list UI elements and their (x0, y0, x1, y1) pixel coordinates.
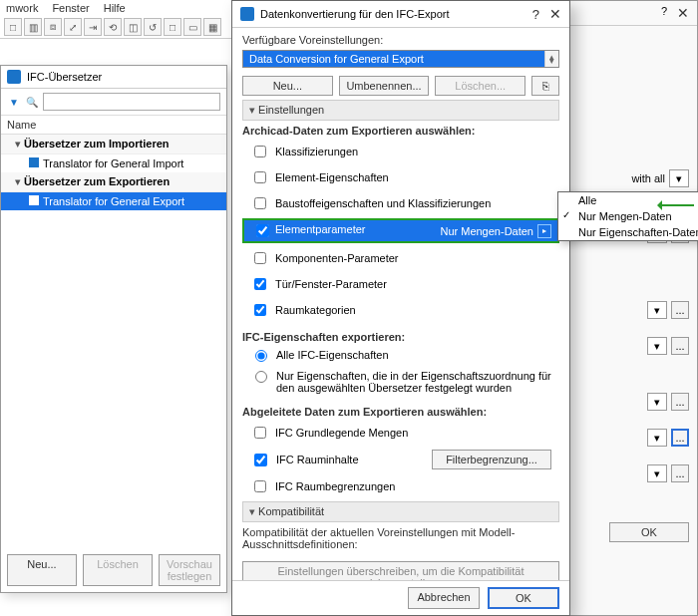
with-all-label: with all (631, 172, 665, 184)
dialog-icon (240, 7, 254, 21)
elementparameter-dropdown[interactable]: Alle Nur Mengen-Daten Nur Eigenschaften-… (557, 191, 698, 241)
ifc-translator-panel: IFC-Übersetzer ▼ 🔍 Name Übersetzer zum I… (0, 65, 227, 593)
more-button[interactable]: ... (671, 393, 689, 411)
help-icon[interactable]: ? (661, 5, 667, 21)
copy-preset-button[interactable]: ⎘ (531, 76, 559, 96)
tool-icon[interactable]: ⇥ (84, 18, 102, 36)
checkbox[interactable] (254, 278, 266, 290)
tool-icon[interactable]: ↺ (144, 18, 162, 36)
radio-all-props[interactable]: Alle IFC-Eigenschaften (242, 347, 559, 364)
delete-preset-button: Löschen... (435, 76, 525, 96)
more-button[interactable]: ... (671, 429, 689, 447)
radio-only-mapped[interactable]: Nur Eigenschaften, die in der Eigenschaf… (242, 368, 559, 396)
chk-space-boundaries[interactable]: IFC Raumbegrenzungen (242, 475, 559, 497)
tool-icon[interactable]: □ (4, 18, 22, 36)
dropdown-caret-icon[interactable]: ▾ (669, 169, 689, 187)
filter-boundary-button[interactable]: Filterbegrenzung... (432, 450, 551, 469)
cancel-button[interactable]: Abbrechen (408, 587, 480, 609)
ifc-props-label: IFC-Eigenschaften exportieren: (242, 331, 559, 343)
dialog-title: Datenkonvertierung für den IFC-Export (260, 8, 450, 20)
chk-base-quantities[interactable]: IFC Grundlegende Mengen (242, 422, 559, 444)
chk-material-props[interactable]: Baustoffeigenschaften und Klassifizierun… (242, 192, 559, 214)
checkbox[interactable] (254, 304, 266, 316)
new-button[interactable]: Neu... (7, 554, 77, 586)
delete-button: Löschen (83, 554, 153, 586)
close-icon[interactable]: ✕ (677, 5, 689, 21)
callout-arrow (658, 204, 694, 206)
dropdown-caret-icon[interactable]: ▸ (537, 224, 551, 238)
more-button[interactable]: ... (671, 464, 689, 482)
search-icon[interactable]: 🔍 (25, 95, 39, 109)
scrollbar[interactable]: ▴▾ (544, 51, 558, 67)
dropdown-caret-icon[interactable]: ▾ (647, 301, 667, 319)
tool-icon[interactable]: □ (164, 18, 181, 36)
tool-icon[interactable]: ◫ (124, 18, 142, 36)
chk-room-categories[interactable]: Raumkategorien (242, 299, 559, 321)
checkbox[interactable] (254, 454, 267, 466)
data-conversion-dialog: Datenkonvertierung für den IFC-Export ? … (231, 0, 570, 616)
chk-space-contents[interactable]: IFC Rauminhalte (276, 454, 359, 465)
panel-icon (7, 70, 21, 84)
more-button[interactable]: ... (671, 301, 689, 319)
set-preview-button: Vorschau festlegen (159, 554, 220, 586)
doc-icon (29, 157, 39, 167)
dropdown-option[interactable]: Nur Eigenschaften-Daten (558, 224, 698, 240)
search-input[interactable] (43, 93, 220, 111)
elementparameter-value: Nur Mengen-Daten (440, 225, 533, 237)
menu-item[interactable]: Fenster (52, 2, 89, 14)
menu-item[interactable]: Hilfe (104, 2, 126, 14)
dropdown-caret-icon[interactable]: ▾ (647, 393, 667, 411)
section-settings[interactable]: Einstellungen (242, 100, 559, 121)
ok-button[interactable]: OK (609, 522, 689, 542)
ok-button[interactable]: OK (488, 587, 559, 609)
rename-preset-button[interactable]: Umbenennen... (339, 76, 430, 96)
derived-label: Abgeleitete Daten zum Exportieren auswäh… (242, 406, 559, 418)
tool-icon[interactable]: ⧈ (44, 18, 62, 36)
checkbox[interactable] (256, 224, 269, 237)
tool-icon[interactable]: ▭ (183, 18, 201, 36)
underlying-dialog: ? ✕ with all▾ ▾ⓘ ▾... ▾... ▾... ▾... ▾..… (548, 0, 698, 616)
tool-icon[interactable]: ⤢ (64, 18, 82, 36)
ac-data-label: Archicad-Daten zum Exportieren auswählen… (242, 125, 559, 137)
elementparameter-row[interactable]: Elementparameter Nur Mengen-Daten▸ (242, 218, 559, 243)
checkbox[interactable] (254, 171, 266, 183)
list-item[interactable]: Translator for General Import (1, 154, 226, 172)
help-icon[interactable]: ? (532, 7, 539, 22)
override-settings-button: Einstellungen überschreiben, um die Komp… (242, 561, 559, 580)
dropdown-caret-icon[interactable]: ▾ (647, 337, 667, 355)
column-header-name: Name (1, 116, 226, 135)
group-import[interactable]: Übersetzer zum Importieren (1, 135, 226, 154)
available-presets-label: Verfügbare Voreinstellungen: (242, 34, 559, 46)
chk-component-params[interactable]: Komponenten-Parameter (242, 247, 559, 269)
radio[interactable] (255, 350, 267, 362)
new-preset-button[interactable]: Neu... (242, 76, 333, 96)
filter-icon[interactable]: ▼ (7, 95, 21, 109)
group-export[interactable]: Übersetzer zum Exportieren (1, 172, 226, 192)
checkbox[interactable] (254, 252, 266, 264)
tool-icon[interactable]: ▥ (24, 18, 42, 36)
tool-icon[interactable]: ▦ (203, 18, 221, 36)
dropdown-caret-icon[interactable]: ▾ (647, 429, 667, 447)
tool-icon[interactable]: ⟲ (104, 18, 122, 36)
dropdown-option[interactable]: Nur Mengen-Daten (558, 208, 698, 224)
panel-title: IFC-Übersetzer (27, 71, 102, 83)
compat-label: Kompatibilität der aktuellen Voreinstell… (242, 526, 559, 550)
chk-classifications[interactable]: Klassifizierungen (242, 141, 559, 162)
radio[interactable] (255, 371, 267, 383)
chk-door-window-params[interactable]: Tür/Fenster-Parameter (242, 273, 559, 295)
dropdown-caret-icon[interactable]: ▾ (647, 464, 667, 482)
more-button[interactable]: ... (671, 337, 689, 355)
close-icon[interactable]: ✕ (549, 6, 561, 22)
checkbox[interactable] (254, 480, 266, 492)
menu-item[interactable]: mwork (6, 2, 38, 14)
checkbox[interactable] (254, 427, 266, 439)
doc-icon (29, 195, 39, 205)
section-compat[interactable]: Kompatibilität (242, 501, 559, 522)
preset-item-selected[interactable]: Data Conversion for General Export (243, 51, 558, 67)
chk-element-props[interactable]: Element-Eigenschaften (242, 166, 559, 188)
preset-list[interactable]: Data Conversion for General Export ▴▾ (242, 50, 559, 68)
checkbox[interactable] (254, 197, 266, 209)
checkbox[interactable] (254, 146, 266, 157)
list-item[interactable]: Translator for General Export (1, 192, 226, 210)
